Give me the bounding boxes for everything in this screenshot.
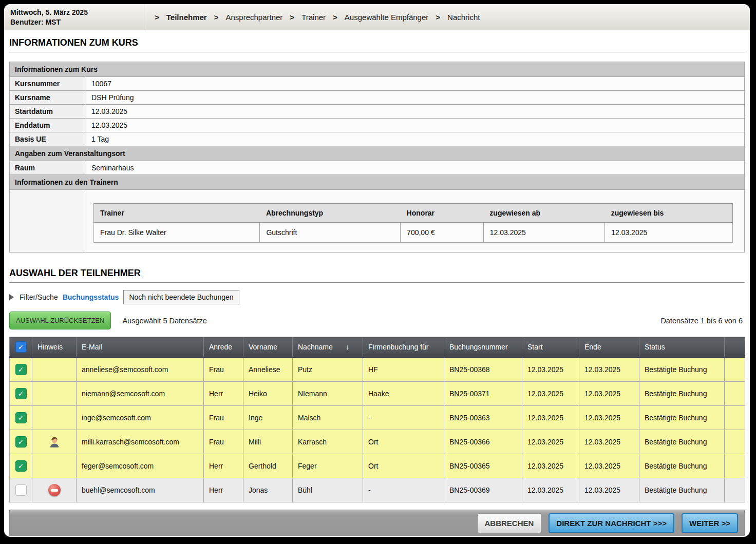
cell-email: anneliese@semcosoft.com — [77, 357, 204, 382]
cell-hinweis — [32, 478, 77, 502]
cell-buchungsnummer: BN25-00365 — [444, 454, 522, 478]
records-range-info: Datensätze 1 bis 6 von 6 — [660, 317, 745, 325]
cell-nachname: Malsch — [293, 406, 363, 430]
row-checkbox[interactable]: ✓ — [15, 436, 27, 448]
col-buchungsnummer[interactable]: Buchungsnummer — [444, 337, 522, 358]
row-checkbox[interactable] — [15, 484, 27, 496]
cell-ende: 12.03.2025 — [579, 406, 639, 430]
venue-group-header: Angaben zum Veranstaltungsort — [10, 146, 745, 161]
participant-row: ✓ niemann@semcosoft.com Herr Heiko NIema… — [10, 382, 745, 406]
cell-firmenbuchung: Ort — [363, 430, 444, 454]
course-info-table: Informationen zum Kurs Kursnummer 10067 … — [9, 62, 745, 252]
trainer-col-zugewiesen-bis: zugewiesen bis — [605, 204, 733, 223]
cell-hinweis — [32, 382, 77, 406]
col-ende[interactable]: Ende — [579, 337, 639, 358]
cell-hinweis — [32, 357, 77, 382]
top-bar: Mittwoch, 5. März 2025 Benutzer: MST > T… — [4, 4, 750, 30]
next-button[interactable]: WEITER >> — [682, 513, 738, 533]
trainer-label-spacer — [10, 190, 86, 252]
trainer-zugewiesen-bis: 12.03.2025 — [605, 223, 733, 243]
course-field-row: Raum Seminarhaus — [10, 161, 745, 175]
participant-row: ✓ inge@semcosoft.com Frau Inge Malsch - … — [10, 406, 745, 430]
trainer-row: Frau Dr. Silke Walter Gutschrift 700,00 … — [94, 223, 733, 243]
row-checkbox-cell: ✓ — [10, 382, 32, 406]
breadcrumb: > Teilnehmer > Ansprechpartner > Trainer… — [144, 4, 750, 30]
cell-anrede: Herr — [204, 382, 243, 406]
breadcrumb-step-teilnehmer[interactable]: Teilnehmer — [166, 13, 207, 22]
breadcrumb-step-empfaenger[interactable]: Ausgewählte Empfänger — [345, 13, 428, 22]
cell-status: Bestätigte Buchung — [639, 357, 725, 382]
current-date: Mittwoch, 5. März 2025 — [10, 8, 138, 17]
col-firmenbuchung[interactable]: Firmenbuchung für — [363, 337, 444, 358]
participant-row: buehl@semcosoft.com Herr Jonas Bühl - BN… — [10, 478, 745, 502]
direct-to-message-button[interactable]: DIREKT ZUR NACHRICHT >>> — [549, 513, 674, 533]
course-field-row: Enddatum 12.03.2025 — [10, 119, 745, 132]
row-checkbox-cell: ✓ — [10, 357, 32, 382]
trainer-col-zugewiesen-ab: zugewiesen ab — [483, 204, 604, 223]
field-label-enddatum: Enddatum — [10, 119, 86, 132]
field-value-kursnummer: 10067 — [86, 77, 745, 91]
breadcrumb-step-nachricht[interactable]: Nachricht — [447, 13, 480, 22]
breadcrumb-separator: > — [290, 13, 294, 22]
app-window: Mittwoch, 5. März 2025 Benutzer: MST > T… — [4, 4, 750, 537]
cell-buchungsnummer: BN25-00369 — [444, 478, 522, 502]
trainer-table-wrap: Trainer Abrechnungstyp Honorar zugewiese… — [86, 190, 745, 252]
participant-row: ✓ feger@semcosoft.com Herr Gerthold Fege… — [10, 454, 745, 478]
breadcrumb-separator: > — [436, 13, 440, 22]
cell-buchungsnummer: BN25-00366 — [444, 430, 522, 454]
cell-firmenbuchung: Haake — [363, 382, 444, 406]
participant-row: ✓ milli.karrasch@semcosoft.com Frau Mill… — [10, 430, 745, 454]
filter-field-link[interactable]: Buchungsstatus — [63, 293, 119, 301]
cancel-button[interactable]: ABBRECHEN — [477, 513, 542, 533]
cell-ende: 12.03.2025 — [579, 478, 639, 502]
participants-table-body: ✓ anneliese@semcosoft.com Frau Anneliese… — [10, 357, 745, 502]
filter-expand-icon[interactable] — [9, 294, 14, 300]
current-user: Benutzer: MST — [10, 17, 138, 27]
cell-start: 12.03.2025 — [522, 430, 579, 454]
breadcrumb-separator: > — [214, 13, 219, 22]
cell-nachname: NIemann — [293, 382, 363, 406]
cell-extra — [725, 478, 745, 502]
sort-desc-icon[interactable]: ↓ — [346, 343, 349, 351]
cell-email: inge@semcosoft.com — [77, 406, 204, 430]
col-vorname[interactable]: Vorname — [243, 337, 293, 358]
field-label-basis-ue: Basis UE — [10, 132, 86, 146]
trainer-col-honorar: Honorar — [401, 204, 484, 223]
footer-action-bar: ABBRECHEN DIREKT ZUR NACHRICHT >>> WEITE… — [9, 510, 745, 536]
field-label-raum: Raum — [10, 161, 86, 175]
selected-count-info: Ausgewählt 5 Datensätze — [122, 317, 206, 325]
field-label-startdatum: Startdatum — [10, 105, 86, 119]
col-email[interactable]: E-Mail — [77, 337, 204, 358]
filter-value-box[interactable]: Noch nicht beendete Buchungen — [123, 290, 239, 304]
row-checkbox-cell: ✓ — [10, 454, 32, 478]
col-extra — [725, 337, 745, 358]
cell-firmenbuchung: - — [363, 406, 444, 430]
row-checkbox[interactable]: ✓ — [15, 364, 27, 375]
cell-ende: 12.03.2025 — [579, 357, 639, 382]
select-all-checkbox[interactable]: ✓ — [15, 341, 27, 353]
col-start[interactable]: Start — [522, 337, 579, 358]
cell-anrede: Herr — [204, 454, 243, 478]
row-checkbox[interactable]: ✓ — [15, 388, 27, 399]
cell-vorname: Gerthold — [243, 454, 293, 478]
breadcrumb-step-trainer[interactable]: Trainer — [301, 13, 326, 22]
cell-start: 12.03.2025 — [522, 382, 579, 406]
reset-selection-button[interactable]: AUSWAHL ZURÜCKSETZEN — [9, 312, 111, 329]
col-nachname[interactable]: Nachname ↓ — [293, 337, 363, 358]
cell-buchungsnummer: BN25-00368 — [444, 357, 522, 382]
col-anrede[interactable]: Anrede — [204, 337, 243, 358]
trainer-honorar: 700,00 € — [401, 223, 484, 243]
course-section-title: INFORMATIONEN ZUM KURS — [9, 37, 745, 52]
row-checkbox[interactable]: ✓ — [15, 412, 27, 423]
cell-buchungsnummer: BN25-00371 — [444, 382, 522, 406]
cell-email: feger@semcosoft.com — [77, 454, 204, 478]
row-checkbox[interactable]: ✓ — [15, 460, 27, 472]
breadcrumb-step-ansprechpartner[interactable]: Ansprechpartner — [225, 13, 282, 22]
col-status[interactable]: Status — [639, 337, 725, 358]
cell-extra — [725, 406, 745, 430]
cell-vorname: Heiko — [243, 382, 293, 406]
col-hinweis[interactable]: Hinweis — [32, 337, 77, 358]
course-field-row: Basis UE 1 Tag — [10, 132, 745, 146]
cell-status: Bestätigte Buchung — [639, 406, 725, 430]
breadcrumb-separator: > — [155, 13, 159, 22]
